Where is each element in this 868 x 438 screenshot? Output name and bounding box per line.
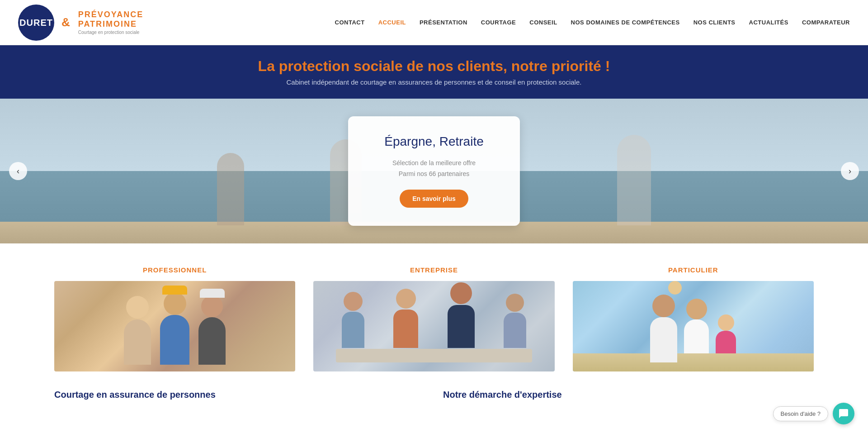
nav-comparateur[interactable]: COMPARATEUR — [802, 19, 850, 26]
category-particulier-title: PARTICULIER — [668, 266, 718, 274]
bottom-section: Courtage en assurance de personnes Notre… — [0, 385, 868, 414]
mother — [684, 299, 709, 362]
bottom-right: Notre démarche d'expertise — [443, 390, 814, 400]
father-child — [650, 295, 677, 362]
person3 — [198, 286, 226, 365]
logo-circle: DURET — [18, 5, 54, 41]
slider-card-line2: Parmi nos 66 partenaires — [371, 169, 497, 180]
chat-button[interactable] — [833, 403, 854, 414]
chat-button-container: Besoin d'aide ? — [773, 403, 855, 414]
logo-combined: & PRÉVOYANCE PATRIMOINE Courtage en prot… — [60, 10, 143, 35]
logo-area: DURET & PRÉVOYANCE PATRIMOINE Courtage e… — [18, 5, 143, 41]
category-professionnel-image[interactable] — [54, 281, 295, 371]
category-professionnel: PROFESSIONNEL — [54, 266, 295, 371]
chat-bubble-icon — [838, 408, 849, 414]
slider-cta-button[interactable]: En savoir plus — [400, 190, 468, 208]
category-particulier-image[interactable] — [573, 281, 814, 371]
hero-banner: La protection sociale de nos clients, no… — [0, 45, 868, 99]
nav-domaines[interactable]: NOS DOMAINES DE COMPÉTENCES — [571, 19, 680, 26]
nav-contact[interactable]: CONTACT — [335, 19, 365, 26]
beach — [573, 353, 814, 371]
logo-ampersand: & — [61, 15, 70, 29]
nav-clients[interactable]: NOS CLIENTS — [693, 19, 736, 26]
table — [336, 349, 532, 362]
logo-courtage: Courtage en protection sociale — [78, 30, 143, 35]
bottom-left-title: Courtage en assurance de personnes — [54, 390, 425, 400]
header: DURET & PRÉVOYANCE PATRIMOINE Courtage e… — [0, 0, 868, 45]
category-particulier: PARTICULIER — [573, 266, 814, 371]
category-entreprise: ENTREPRISE — [313, 266, 554, 371]
slider-card-title: Épargne, Retraite — [371, 134, 497, 149]
slider-card: Épargne, Retraite Sélection de la meille… — [348, 116, 520, 226]
nav-actualites[interactable]: ACTUALITÉS — [749, 19, 788, 26]
main-nav: CONTACT ACCUEIL PRÉSENTATION COURTAGE CO… — [335, 19, 850, 26]
figure-child — [217, 153, 244, 225]
hero-title-orange: notre priorité ! — [511, 58, 610, 74]
category-entreprise-title: ENTREPRISE — [410, 266, 458, 274]
slider-next-button[interactable]: › — [841, 162, 859, 180]
nav-presentation[interactable]: PRÉSENTATION — [420, 19, 467, 26]
logo-right-block: PRÉVOYANCE PATRIMOINE Courtage en protec… — [78, 10, 143, 35]
figure-adult — [617, 135, 651, 225]
nav-courtage[interactable]: COURTAGE — [481, 19, 516, 26]
category-professionnel-title: PROFESSIONNEL — [143, 266, 207, 274]
category-entreprise-image[interactable] — [313, 281, 554, 371]
slider-section: ‹ Épargne, Retraite Sélection de la meil… — [0, 99, 868, 243]
logo-patrimoine: PATRIMOINE — [78, 19, 143, 29]
person1 — [124, 296, 151, 365]
logo-prevoyance: PRÉVOYANCE — [78, 10, 143, 19]
hero-subtitle: Cabinet indépendant de courtage en assur… — [9, 78, 859, 86]
chat-label: Besoin d'aide ? — [773, 406, 829, 414]
categories-section: PROFESSIONNEL — [0, 243, 868, 385]
slider-prev-button[interactable]: ‹ — [9, 162, 27, 180]
bottom-left: Courtage en assurance de personnes — [54, 390, 425, 400]
hero-title: La protection sociale de nos clients, no… — [9, 58, 859, 75]
logo-duret: DURET — [19, 17, 53, 28]
bottom-right-title: Notre démarche d'expertise — [443, 390, 814, 400]
nav-conseil[interactable]: CONSEIL — [529, 19, 557, 26]
slider-card-line1: Sélection de la meilleure offre — [371, 158, 497, 169]
nav-accueil[interactable]: ACCUEIL — [378, 19, 406, 26]
person2 — [160, 283, 189, 365]
hero-title-white: La protection sociale de nos clients, — [258, 58, 507, 74]
